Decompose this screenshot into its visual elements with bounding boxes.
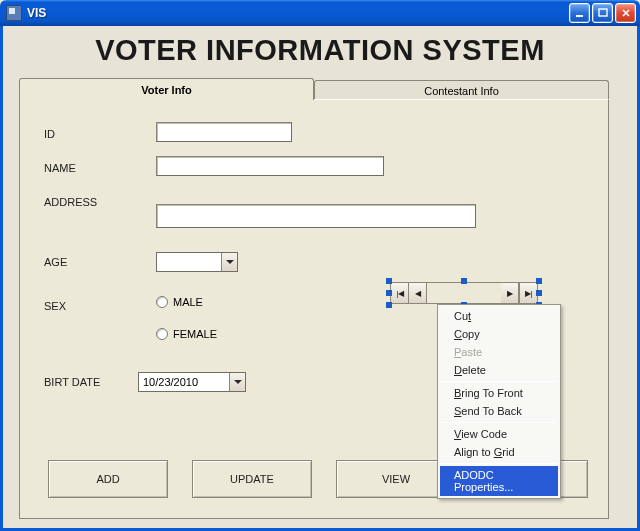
radio-label: MALE: [173, 296, 203, 308]
page-title: VOTER INFORMATION SYSTEM: [3, 34, 637, 67]
id-input[interactable]: [156, 122, 292, 142]
ctx-view-code[interactable]: View Code: [440, 425, 558, 443]
sex-label: SEX: [44, 300, 66, 312]
adodc-control[interactable]: [390, 282, 538, 304]
radio-male[interactable]: MALE: [156, 296, 203, 308]
ctx-paste: Paste: [440, 343, 558, 361]
add-button[interactable]: ADD: [48, 460, 168, 498]
chevron-down-icon[interactable]: [229, 373, 245, 391]
nav-last-button[interactable]: [519, 283, 537, 303]
app-icon: [6, 5, 22, 21]
ctx-send-back[interactable]: Send To Back: [440, 402, 558, 420]
name-input[interactable]: [156, 156, 384, 176]
separator: [442, 463, 556, 464]
minimize-button[interactable]: [569, 3, 590, 23]
birthdate-label: BIRT DATE: [44, 376, 100, 388]
tab-panel-voter-info: ID NAME ADDRESS AGE SEX MALE FEMALE BIRT…: [19, 99, 609, 519]
ctx-adodc-properties[interactable]: ADODC Properties...: [440, 466, 558, 496]
age-label: AGE: [44, 256, 67, 268]
resize-handle[interactable]: [386, 302, 392, 308]
resize-handle[interactable]: [461, 278, 467, 284]
address-label: ADDRESS: [44, 196, 97, 208]
tabstrip: Voter Info Contestant Info: [19, 78, 609, 100]
ctx-copy[interactable]: Copy: [440, 325, 558, 343]
id-label: ID: [44, 128, 55, 140]
ctx-bring-front[interactable]: Bring To Front: [440, 384, 558, 402]
age-combobox[interactable]: [156, 252, 238, 272]
resize-handle[interactable]: [386, 290, 392, 296]
close-button[interactable]: [615, 3, 636, 23]
resize-handle[interactable]: [536, 290, 542, 296]
radio-icon: [156, 296, 168, 308]
age-value: [157, 253, 221, 271]
tab-label: Contestant Info: [424, 85, 499, 97]
nav-prev-button[interactable]: [409, 283, 427, 303]
separator: [442, 422, 556, 423]
nav-next-button[interactable]: [501, 283, 519, 303]
window-title: VIS: [27, 6, 46, 20]
radio-label: FEMALE: [173, 328, 217, 340]
form-designer-surface[interactable]: VOTER INFORMATION SYSTEM Voter Info Cont…: [0, 26, 640, 531]
update-button[interactable]: UPDATE: [192, 460, 312, 498]
adodc-caption: [427, 283, 501, 303]
svg-rect-1: [599, 9, 607, 16]
tab-contestant-info[interactable]: Contestant Info: [314, 80, 609, 100]
ctx-cut[interactable]: Cut: [440, 307, 558, 325]
ctx-delete[interactable]: Delete: [440, 361, 558, 379]
separator: [442, 381, 556, 382]
name-label: NAME: [44, 162, 76, 174]
radio-icon: [156, 328, 168, 340]
svg-rect-0: [576, 15, 583, 17]
chevron-down-icon[interactable]: [221, 253, 237, 271]
birthdate-value: 10/23/2010: [139, 376, 229, 388]
maximize-button[interactable]: [592, 3, 613, 23]
resize-handle[interactable]: [536, 278, 542, 284]
radio-female[interactable]: FEMALE: [156, 328, 217, 340]
tab-label: Voter Info: [141, 84, 192, 96]
context-menu: Cut Copy Paste Delete Bring To Front Sen…: [437, 304, 561, 499]
tab-voter-info[interactable]: Voter Info: [19, 78, 314, 100]
resize-handle[interactable]: [386, 278, 392, 284]
titlebar: VIS: [0, 0, 640, 26]
nav-first-button[interactable]: [391, 283, 409, 303]
window-buttons: [569, 3, 636, 23]
address-input[interactable]: [156, 204, 476, 228]
birthdate-datepicker[interactable]: 10/23/2010: [138, 372, 246, 392]
ctx-align-grid[interactable]: Align to Grid: [440, 443, 558, 461]
